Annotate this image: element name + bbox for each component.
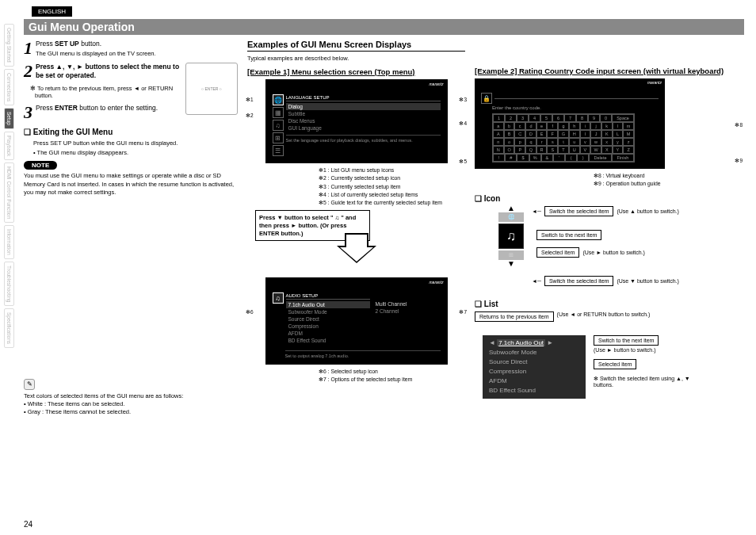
- kb-key: 7: [564, 114, 576, 122]
- callout-8: ✻8: [735, 122, 743, 128]
- kb-key: N: [493, 146, 504, 154]
- kb-key: s: [547, 138, 558, 146]
- kb-key: 4: [529, 114, 540, 122]
- kb-key: ': [553, 154, 565, 162]
- kb-key: f: [547, 122, 558, 130]
- brand-logo: marantz: [429, 82, 443, 86]
- color-white: • White : These items can be selected.: [24, 400, 238, 408]
- tab-spec: Specifications: [4, 308, 14, 348]
- kb-key: W: [590, 146, 601, 154]
- page-title: Gui Menu Operation: [24, 19, 744, 35]
- tab-hdmi: HDMI Control Function: [4, 162, 14, 223]
- keyboard-screen: marantz 🔒 Enter the country code. 123456…: [475, 78, 665, 169]
- kb-key: S: [547, 146, 558, 154]
- kb-key: t: [558, 138, 569, 146]
- kb-key: ): [577, 154, 589, 162]
- kb-key: K: [601, 130, 613, 138]
- kb-key: 5: [540, 114, 552, 122]
- kb-key: V: [580, 146, 591, 154]
- kb-key: Space: [612, 114, 634, 122]
- kb-key: T: [558, 146, 569, 154]
- kb-key: 6: [552, 114, 564, 122]
- kb-key: #: [505, 154, 517, 162]
- kb-key: 0: [600, 114, 612, 122]
- tab-trouble: Troubleshooting: [4, 262, 14, 306]
- kb-key: z: [623, 138, 634, 146]
- kb-key: 9: [588, 114, 600, 122]
- callout-7: ✻7: [459, 309, 467, 315]
- list-block: ◄ 7.1ch Audio Out ► Subwoofer Mode Sourc…: [483, 335, 586, 399]
- kb-key: A: [493, 130, 504, 138]
- step-3-text: Press ENTER button to enter the setting.: [36, 104, 181, 121]
- kb-key: !: [493, 154, 505, 162]
- kb-key: l: [613, 122, 624, 130]
- left-column: 1 Press SET UP button. The GUI menu is d…: [24, 40, 238, 529]
- kb-key: R: [536, 146, 548, 154]
- kb-key: L: [613, 130, 624, 138]
- kb-key: x: [601, 138, 613, 146]
- kb-key: 3: [517, 114, 529, 122]
- note-badge: NOTE: [24, 161, 57, 170]
- callout-4: ✻4: [459, 120, 467, 127]
- kb-key: w: [590, 138, 601, 146]
- step-2-text: Press ▲, ▼, ► buttons to select the menu…: [36, 63, 181, 80]
- note-body: You must use the GUI menu to make settin…: [24, 172, 238, 196]
- kb-key: Z: [623, 146, 634, 154]
- example1-title: [Example 1] Menu selection screen (Top m…: [247, 67, 465, 76]
- examples-sub: Typical examples are described below.: [247, 55, 465, 63]
- middle-column: Examples of GUI Menu Screen Displays Typ…: [247, 40, 465, 529]
- lang-icon: 🌐: [273, 94, 284, 105]
- screen-example2: marantz ♫ AUDIO SETUP 7.1ch Audio Out Su…: [265, 277, 448, 365]
- side-nav: Getting Started Connections Setup Playba…: [0, 0, 17, 535]
- kb-key: n: [493, 138, 504, 146]
- kb-key: y: [613, 138, 624, 146]
- kb-key: k: [601, 122, 613, 130]
- exit-line1: Press SET UP button while the GUI menu i…: [33, 139, 238, 147]
- exit-heading: Exiting the GUI Menu: [24, 128, 238, 136]
- kb-key: 2: [505, 114, 517, 122]
- kb-lock-icon: 🔒: [481, 93, 492, 104]
- kb-key: Finish: [612, 154, 634, 162]
- kb-key: $: [517, 154, 529, 162]
- kb-key: d: [525, 122, 536, 130]
- kb-key: j: [590, 122, 601, 130]
- tab-playback: Playback: [4, 132, 14, 160]
- kb-key: o: [504, 138, 515, 146]
- list-heading: List: [475, 300, 744, 308]
- tab-connections: Connections: [4, 69, 14, 105]
- kb-key: a: [493, 122, 504, 130]
- callout-6: ✻6: [246, 309, 254, 315]
- kb-key: e: [536, 122, 548, 130]
- remote-illustration: ○ ENTER ○: [185, 63, 238, 115]
- music-icon: ♫: [498, 224, 524, 249]
- pencil-icon: ✎: [24, 379, 35, 390]
- kb-key: u: [569, 138, 580, 146]
- examples-header: Examples of GUI Menu Screen Displays: [247, 40, 465, 52]
- kb-key: p: [514, 138, 525, 146]
- kb-key: &: [541, 154, 553, 162]
- video-icon: ▦: [273, 107, 284, 118]
- kb-key: C: [514, 130, 525, 138]
- kb-key: g: [558, 122, 569, 130]
- kb-key: U: [569, 146, 580, 154]
- tab-info: Information: [4, 225, 14, 259]
- kb-key: P: [514, 146, 525, 154]
- down-arrow-icon-2: ▼: [507, 262, 515, 266]
- kb-key: Q: [525, 146, 536, 154]
- kb-key: q: [525, 138, 536, 146]
- down-arrow-icon: [337, 246, 376, 263]
- kb-key: b: [504, 122, 515, 130]
- example2-title: [Example 2] Rating Country Code input sc…: [475, 67, 744, 75]
- kb-key: (: [565, 154, 577, 162]
- up-arrow-icon: ▲: [507, 206, 515, 211]
- audio-icon-sel: ♫: [273, 292, 284, 304]
- screen-example1: marantz 🌐 ▦ ♫ ⊞ ☰ LANGUAGE SETUP: [265, 79, 448, 163]
- step-1-num: 1: [24, 40, 32, 58]
- icon-heading: Icon: [475, 194, 744, 203]
- kb-key: c: [514, 122, 525, 130]
- callout-9: ✻9: [735, 158, 743, 164]
- kb-key: I: [580, 130, 591, 138]
- kb-key: O: [504, 146, 515, 154]
- kb-key: r: [536, 138, 548, 146]
- kb-key: 1: [493, 114, 505, 122]
